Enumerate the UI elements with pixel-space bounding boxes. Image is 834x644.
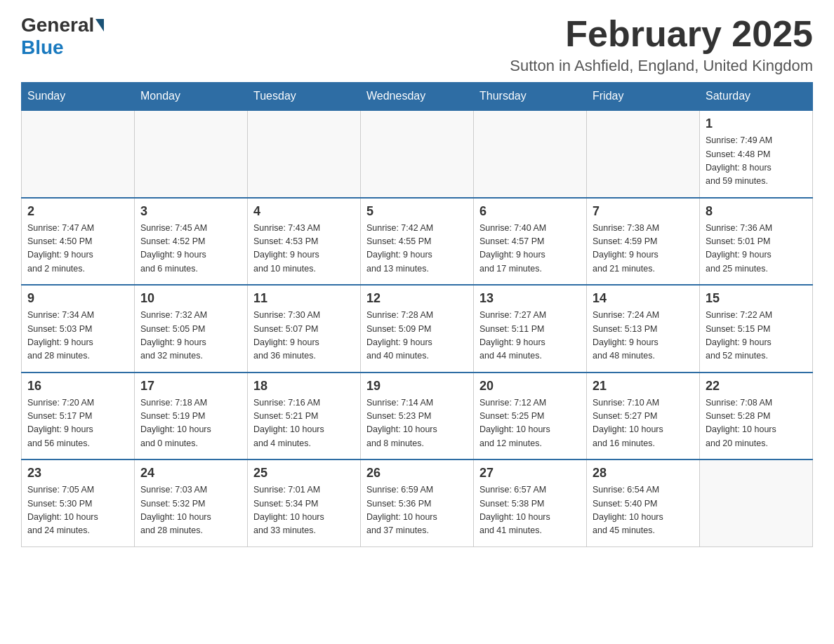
day-number: 22 <box>706 379 807 394</box>
day-number: 27 <box>479 466 581 481</box>
day-info: Sunrise: 7:28 AMSunset: 5:09 PMDaylight:… <box>366 309 468 363</box>
day-number: 15 <box>706 291 807 306</box>
day-info: Sunrise: 7:16 AMSunset: 5:21 PMDaylight:… <box>253 396 355 451</box>
calendar-cell: 25Sunrise: 7:01 AMSunset: 5:34 PMDayligh… <box>248 459 361 546</box>
day-info: Sunrise: 7:12 AMSunset: 5:25 PMDaylight:… <box>479 396 581 451</box>
calendar-week-row: 2Sunrise: 7:47 AMSunset: 4:50 PMDaylight… <box>22 198 813 286</box>
calendar-cell <box>587 110 700 198</box>
day-info: Sunrise: 7:30 AMSunset: 5:07 PMDaylight:… <box>253 309 355 363</box>
day-info: Sunrise: 7:40 AMSunset: 4:57 PMDaylight:… <box>479 222 581 276</box>
calendar-cell: 22Sunrise: 7:08 AMSunset: 5:28 PMDayligh… <box>700 373 813 460</box>
day-number: 24 <box>140 466 241 481</box>
day-info: Sunrise: 7:47 AMSunset: 4:50 PMDaylight:… <box>27 222 128 276</box>
calendar-cell <box>474 110 587 198</box>
day-info: Sunrise: 7:03 AMSunset: 5:32 PMDaylight:… <box>140 483 241 538</box>
day-number: 11 <box>253 291 355 306</box>
calendar-week-row: 9Sunrise: 7:34 AMSunset: 5:03 PMDaylight… <box>22 285 813 373</box>
calendar-cell: 2Sunrise: 7:47 AMSunset: 4:50 PMDaylight… <box>22 198 135 286</box>
day-number: 20 <box>479 379 581 394</box>
day-number: 14 <box>593 291 694 306</box>
calendar-header-friday: Friday <box>587 83 700 111</box>
calendar-cell <box>361 110 474 198</box>
day-number: 7 <box>593 204 694 219</box>
day-info: Sunrise: 7:43 AMSunset: 4:53 PMDaylight:… <box>253 222 355 276</box>
day-info: Sunrise: 7:42 AMSunset: 4:55 PMDaylight:… <box>366 222 468 276</box>
day-info: Sunrise: 7:20 AMSunset: 5:17 PMDaylight:… <box>27 396 128 451</box>
month-title: February 2025 <box>510 14 813 54</box>
day-info: Sunrise: 7:22 AMSunset: 5:15 PMDaylight:… <box>706 309 807 363</box>
day-info: Sunrise: 7:32 AMSunset: 5:05 PMDaylight:… <box>140 309 241 363</box>
calendar-header-tuesday: Tuesday <box>248 83 361 111</box>
calendar-cell: 4Sunrise: 7:43 AMSunset: 4:53 PMDaylight… <box>248 198 361 286</box>
calendar-cell: 5Sunrise: 7:42 AMSunset: 4:55 PMDaylight… <box>361 198 474 286</box>
calendar-cell: 27Sunrise: 6:57 AMSunset: 5:38 PMDayligh… <box>474 459 587 546</box>
calendar-cell: 18Sunrise: 7:16 AMSunset: 5:21 PMDayligh… <box>248 373 361 460</box>
calendar-cell: 24Sunrise: 7:03 AMSunset: 5:32 PMDayligh… <box>135 459 248 546</box>
calendar-cell: 21Sunrise: 7:10 AMSunset: 5:27 PMDayligh… <box>587 373 700 460</box>
calendar-cell: 23Sunrise: 7:05 AMSunset: 5:30 PMDayligh… <box>22 459 135 546</box>
day-number: 16 <box>27 379 128 394</box>
day-number: 13 <box>479 291 581 306</box>
calendar-cell: 12Sunrise: 7:28 AMSunset: 5:09 PMDayligh… <box>361 285 474 373</box>
day-info: Sunrise: 7:27 AMSunset: 5:11 PMDaylight:… <box>479 309 581 363</box>
calendar-cell <box>22 110 135 198</box>
day-number: 12 <box>366 291 468 306</box>
calendar-header-row: SundayMondayTuesdayWednesdayThursdayFrid… <box>22 83 813 111</box>
day-number: 28 <box>593 466 694 481</box>
logo-general-text: General <box>21 14 94 36</box>
day-number: 17 <box>140 379 241 394</box>
calendar-cell: 9Sunrise: 7:34 AMSunset: 5:03 PMDaylight… <box>22 285 135 373</box>
calendar-cell: 26Sunrise: 6:59 AMSunset: 5:36 PMDayligh… <box>361 459 474 546</box>
calendar-cell: 10Sunrise: 7:32 AMSunset: 5:05 PMDayligh… <box>135 285 248 373</box>
title-block: February 2025 Sutton in Ashfield, Englan… <box>510 14 813 75</box>
day-number: 23 <box>27 466 128 481</box>
calendar-cell: 16Sunrise: 7:20 AMSunset: 5:17 PMDayligh… <box>22 373 135 460</box>
day-info: Sunrise: 6:59 AMSunset: 5:36 PMDaylight:… <box>366 483 468 538</box>
day-number: 2 <box>27 204 128 219</box>
calendar-cell: 20Sunrise: 7:12 AMSunset: 5:25 PMDayligh… <box>474 373 587 460</box>
location-title: Sutton in Ashfield, England, United King… <box>510 57 813 75</box>
day-number: 21 <box>593 379 694 394</box>
day-info: Sunrise: 7:14 AMSunset: 5:23 PMDaylight:… <box>366 396 468 451</box>
logo-blue-text: Blue <box>21 36 64 58</box>
calendar-cell: 13Sunrise: 7:27 AMSunset: 5:11 PMDayligh… <box>474 285 587 373</box>
calendar-header-monday: Monday <box>135 83 248 111</box>
logo-arrow-icon <box>95 19 104 32</box>
calendar-cell <box>700 459 813 546</box>
day-info: Sunrise: 7:10 AMSunset: 5:27 PMDaylight:… <box>593 396 694 451</box>
calendar-cell: 11Sunrise: 7:30 AMSunset: 5:07 PMDayligh… <box>248 285 361 373</box>
day-number: 8 <box>706 204 807 219</box>
day-info: Sunrise: 6:54 AMSunset: 5:40 PMDaylight:… <box>593 483 694 538</box>
calendar-header-thursday: Thursday <box>474 83 587 111</box>
calendar-cell: 8Sunrise: 7:36 AMSunset: 5:01 PMDaylight… <box>700 198 813 286</box>
day-number: 25 <box>253 466 355 481</box>
calendar-cell: 28Sunrise: 6:54 AMSunset: 5:40 PMDayligh… <box>587 459 700 546</box>
calendar-week-row: 16Sunrise: 7:20 AMSunset: 5:17 PMDayligh… <box>22 373 813 460</box>
day-number: 26 <box>366 466 468 481</box>
calendar-cell: 17Sunrise: 7:18 AMSunset: 5:19 PMDayligh… <box>135 373 248 460</box>
calendar-cell <box>248 110 361 198</box>
logo: General Blue <box>21 14 105 59</box>
day-info: Sunrise: 7:24 AMSunset: 5:13 PMDaylight:… <box>593 309 694 363</box>
calendar-week-row: 1Sunrise: 7:49 AMSunset: 4:48 PMDaylight… <box>22 110 813 198</box>
calendar-cell: 7Sunrise: 7:38 AMSunset: 4:59 PMDaylight… <box>587 198 700 286</box>
day-number: 19 <box>366 379 468 394</box>
day-info: Sunrise: 6:57 AMSunset: 5:38 PMDaylight:… <box>479 483 581 538</box>
day-number: 1 <box>706 116 807 131</box>
day-number: 9 <box>27 291 128 306</box>
calendar-cell: 6Sunrise: 7:40 AMSunset: 4:57 PMDaylight… <box>474 198 587 286</box>
calendar-header-wednesday: Wednesday <box>361 83 474 111</box>
day-info: Sunrise: 7:18 AMSunset: 5:19 PMDaylight:… <box>140 396 241 451</box>
page-header: General Blue February 2025 Sutton in Ash… <box>21 14 813 75</box>
day-info: Sunrise: 7:08 AMSunset: 5:28 PMDaylight:… <box>706 396 807 451</box>
day-number: 6 <box>479 204 581 219</box>
day-info: Sunrise: 7:38 AMSunset: 4:59 PMDaylight:… <box>593 222 694 276</box>
day-number: 18 <box>253 379 355 394</box>
day-number: 4 <box>253 204 355 219</box>
calendar-cell: 15Sunrise: 7:22 AMSunset: 5:15 PMDayligh… <box>700 285 813 373</box>
calendar-cell <box>135 110 248 198</box>
day-number: 5 <box>366 204 468 219</box>
day-info: Sunrise: 7:05 AMSunset: 5:30 PMDaylight:… <box>27 483 128 538</box>
calendar-cell: 19Sunrise: 7:14 AMSunset: 5:23 PMDayligh… <box>361 373 474 460</box>
day-info: Sunrise: 7:49 AMSunset: 4:48 PMDaylight:… <box>706 134 807 189</box>
